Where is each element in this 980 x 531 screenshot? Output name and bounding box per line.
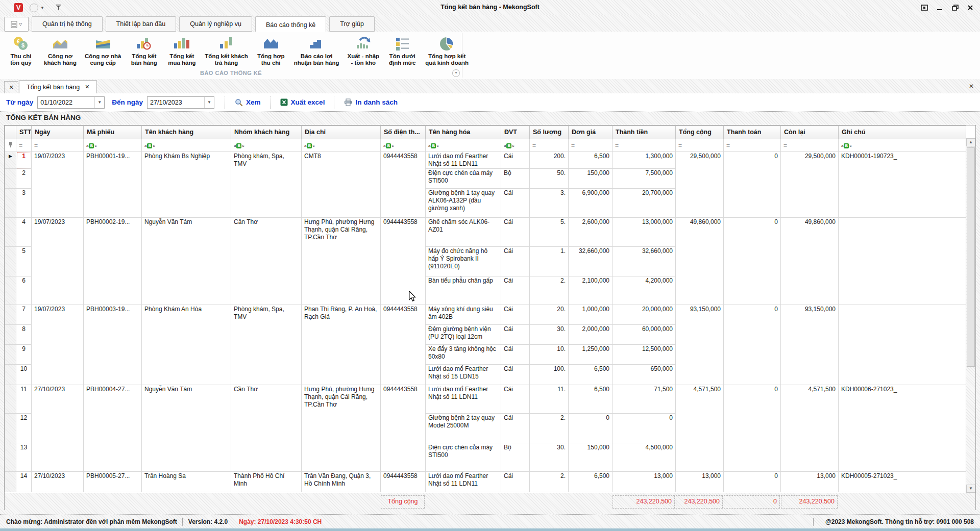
cell-customer-group[interactable]: Thành Phố Hồ Chí Minh: [231, 472, 302, 492]
cell-qty[interactable]: 30.: [530, 443, 569, 472]
ribbon-item-5[interactable]: Tổng kếtmua hàng: [163, 33, 201, 67]
cell-qty[interactable]: 50.: [530, 169, 569, 189]
cell-code[interactable]: PBH00004-27...: [84, 385, 142, 472]
cell-unit[interactable]: Cái: [501, 385, 530, 414]
cell-note[interactable]: [839, 305, 966, 385]
ribbon-tab-1[interactable]: Quản trị hệ thống: [32, 16, 103, 32]
cell-paid[interactable]: 0: [724, 385, 781, 472]
scrollbar-thumb[interactable]: [967, 147, 975, 367]
cell-qty[interactable]: 30.: [530, 325, 569, 345]
cell-qty[interactable]: 2.: [530, 276, 569, 305]
cell-phone[interactable]: 0944443558: [381, 218, 426, 305]
vertical-scrollbar[interactable]: ▲ ▼: [966, 138, 975, 493]
ribbon-tab-4[interactable]: Báo cáo thống kê: [255, 16, 326, 33]
cell-unit[interactable]: Cái: [501, 152, 530, 169]
column-header-12[interactable]: Thành tiền: [612, 126, 676, 139]
cell-unit[interactable]: Cái: [501, 414, 530, 443]
cell-price[interactable]: 150,000: [569, 443, 612, 472]
cell-remaining[interactable]: 49,860,000: [781, 218, 839, 305]
cell-stt[interactable]: 13: [16, 443, 32, 472]
cell-total[interactable]: 49,860,000: [676, 218, 724, 305]
filter-cell-2[interactable]: =: [32, 139, 84, 152]
table-row[interactable]: ▶119/07/2023PBH00001-19...Phòng Khám Bs …: [5, 152, 966, 169]
filter-cell-7[interactable]: aBc: [381, 139, 426, 152]
cell-customer-group[interactable]: Cần Thơ: [231, 385, 302, 472]
cell-product[interactable]: Lưới dao mổ Fearther Nhật số 11 LDN11: [426, 385, 501, 414]
cell-unit[interactable]: Cái: [501, 472, 530, 492]
cell-stt[interactable]: 7: [16, 305, 32, 325]
ribbon-item-9[interactable]: Xuất - nhập- tồn kho: [344, 33, 384, 67]
column-header-11[interactable]: Đơn giá: [569, 126, 612, 139]
filter-cell-12[interactable]: =: [612, 139, 676, 152]
restore-button[interactable]: [949, 3, 961, 13]
from-date-input[interactable]: ▼: [37, 96, 105, 109]
cell-phone[interactable]: 0944443558: [381, 305, 426, 385]
cell-phone[interactable]: 0944443558: [381, 385, 426, 472]
cell-remaining[interactable]: 13,000: [781, 472, 839, 492]
cell-paid[interactable]: 0: [724, 305, 781, 385]
cell-qty[interactable]: 3.: [530, 189, 569, 218]
cell-stt[interactable]: 3: [16, 189, 32, 218]
cell-remaining[interactable]: 93,150,000: [781, 305, 839, 385]
filter-cell-15[interactable]: =: [781, 139, 839, 152]
cell-price[interactable]: 2,100,000: [569, 276, 612, 305]
calendar-dropdown-icon[interactable]: ▼: [204, 97, 214, 108]
group-dialog-launcher-icon[interactable]: ▾: [452, 69, 460, 77]
cell-paid[interactable]: 0: [724, 218, 781, 305]
cell-stt[interactable]: 8: [16, 325, 32, 345]
ribbon-item-11[interactable]: Tổng hợp kếtquả kinh doanh: [421, 33, 473, 67]
cell-paid[interactable]: 0: [724, 152, 781, 218]
ribbon-item-4[interactable]: Tổng kếtbán hàng: [125, 33, 163, 67]
cell-amount[interactable]: 20,700,000: [612, 189, 676, 218]
table-row[interactable]: 1427/10/2023PBH00005-27...Trần Hoàng SaT…: [5, 472, 966, 492]
cell-date[interactable]: 19/07/2023: [32, 218, 84, 305]
cell-note[interactable]: KDH00006-271023_: [839, 385, 966, 472]
cell-date[interactable]: 27/10/2023: [32, 385, 84, 472]
cell-product[interactable]: Máy xông khí dung siêu âm 402B: [426, 305, 501, 325]
column-header-4[interactable]: Tên khách hàng: [142, 126, 231, 139]
cell-amount[interactable]: 71,500: [612, 385, 676, 414]
column-header-13[interactable]: Tổng cộng: [676, 126, 724, 139]
cell-product[interactable]: Ghế chăm sóc ALK06-AZ01: [426, 218, 501, 247]
cell-total[interactable]: 29,500,000: [676, 152, 724, 218]
cell-product[interactable]: Lưới dao mổ Fearther Nhật số 15 LDN15: [426, 365, 501, 385]
cell-qty[interactable]: 1.: [530, 247, 569, 276]
cell-price[interactable]: 2,000,000: [569, 325, 612, 345]
cell-amount[interactable]: 20,000,000: [612, 305, 676, 325]
filter-row-pin-icon[interactable]: [5, 139, 16, 152]
cell-amount[interactable]: 1,300,000: [612, 152, 676, 169]
cell-unit[interactable]: Bộ: [501, 169, 530, 189]
fullscreen-button[interactable]: [919, 3, 930, 13]
cell-customer-group[interactable]: Cần Thơ: [231, 218, 302, 305]
cell-product[interactable]: Điện cực chén của máy STI500: [426, 443, 501, 472]
cell-total[interactable]: 13,000: [676, 472, 724, 492]
cell-stt[interactable]: 4: [16, 218, 32, 247]
cell-price[interactable]: 2,600,000: [569, 218, 612, 247]
cell-unit[interactable]: Cái: [501, 189, 530, 218]
cell-address[interactable]: Hưng Phú, phường Hưng Thạnh, quận Cái Ră…: [302, 218, 381, 305]
cell-product[interactable]: Lưới dao mổ Fearther Nhật số 11 LDN11: [426, 472, 501, 492]
table-row[interactable]: 719/07/2023PBH00003-19...Phòng Khám An H…: [5, 305, 966, 325]
cell-amount[interactable]: 4,200,000: [612, 276, 676, 305]
cell-date[interactable]: 19/07/2023: [32, 152, 84, 218]
cell-code[interactable]: PBH00002-19...: [84, 218, 142, 305]
cell-qty[interactable]: 2.: [530, 472, 569, 492]
cell-total[interactable]: 93,150,000: [676, 305, 724, 385]
cell-stt[interactable]: 6: [16, 276, 32, 305]
cell-product[interactable]: Bàn tiểu phẫu chân gấp: [426, 276, 501, 305]
filter-cell-1[interactable]: =: [16, 139, 32, 152]
cell-price[interactable]: 6,900,000: [569, 189, 612, 218]
ribbon-item-8[interactable]: Báo cáo lợinhuận bán hàng: [290, 33, 344, 67]
cell-unit[interactable]: Cái: [501, 325, 530, 345]
column-header-1[interactable]: STT: [16, 126, 32, 139]
cell-address[interactable]: Phan Thị Ràng, P. An Hoà, Rạch Giá: [302, 305, 381, 385]
cell-address[interactable]: CMT8: [302, 152, 381, 218]
cell-paid[interactable]: 0: [724, 472, 781, 492]
close-button[interactable]: [965, 3, 976, 13]
cell-amount[interactable]: 32,660,000: [612, 247, 676, 276]
cell-address[interactable]: Hưng Phú, phường Hưng Thạnh, quận Cái Ră…: [302, 385, 381, 472]
cell-stt[interactable]: 1: [16, 152, 32, 169]
cell-note[interactable]: [839, 218, 966, 305]
ribbon-item-7[interactable]: Tổng hợpthu chi: [252, 33, 290, 67]
filter-cell-4[interactable]: aBc: [142, 139, 231, 152]
